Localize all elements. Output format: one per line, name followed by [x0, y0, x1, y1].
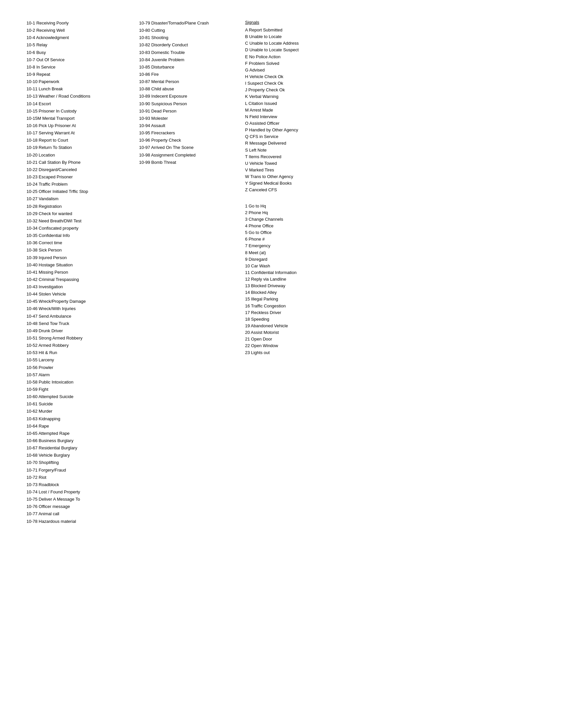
signal-item: H Vehicle Check Ok: [245, 73, 358, 80]
list-item: 10-63 Kidnapping: [26, 416, 132, 422]
signal-item: F Problem Solved: [245, 60, 358, 67]
numeric-item: 4 Phone Office: [245, 223, 358, 229]
list-item: 10-35 Confidential Info: [26, 232, 132, 239]
numeric-item: 9 Disregard: [245, 256, 358, 263]
column-1: 10-1 Receiving Poorly10-2 Receiving Well…: [26, 20, 139, 525]
list-item: 10-17 Serving Warrant At: [26, 130, 132, 136]
list-item: 10-79 Disaster/Tornado/Plane Crash: [139, 20, 238, 26]
list-item: 10-91 Dead Person: [139, 108, 238, 114]
signal-item: D Unable to Locate Suspect: [245, 47, 358, 53]
column-2: 10-79 Disaster/Tornado/Plane Crash10-80 …: [139, 20, 245, 166]
numeric-item: 1 Go to Hq: [245, 203, 358, 209]
numeric-item: 14 Blocked Alley: [245, 289, 358, 296]
numeric-item: 22 Open Window: [245, 342, 358, 349]
list-item: 10-38 Sick Person: [26, 247, 132, 253]
list-item: 10-57 Alarm: [26, 372, 132, 378]
list-item: 10-64 Rape: [26, 423, 132, 430]
list-item: 10-8 In Service: [26, 64, 132, 70]
list-item: 10-48 Send Tow Truck: [26, 320, 132, 327]
list-item: 10-73 Roadblock: [26, 481, 132, 488]
list-item: 10-22 Disregard/Canceled: [26, 166, 132, 173]
list-item: 10-76 Officer message: [26, 503, 132, 510]
numeric-item: 15 Illegal Parking: [245, 296, 358, 302]
numeric-item: 19 Abandoned Vehicle: [245, 323, 358, 329]
numeric-item: 11 Confidential Information: [245, 269, 358, 276]
list-item: 10-71 Forgery/Fraud: [26, 467, 132, 474]
list-item: 10-88 Child abuse: [139, 86, 238, 92]
list-item: 10-40 Hostage Situation: [26, 262, 132, 268]
list-item: 10-70 Shoplifting: [26, 459, 132, 466]
signal-item: T Items Recovered: [245, 154, 358, 160]
numeric-item: 18 Speeding: [245, 316, 358, 323]
signal-item: O Assisted Officer: [245, 120, 358, 127]
list-item: 10-56 Prowler: [26, 364, 132, 371]
list-item: 10-45 Wreck/Property Damage: [26, 298, 132, 305]
signal-item: A Report Submitted: [245, 27, 358, 33]
list-item: 10-98 Assignment Completed: [139, 152, 238, 159]
list-item: 10-68 Vehicle Burglary: [26, 452, 132, 459]
list-item: 10-95 Firecrackers: [139, 130, 238, 136]
signal-item: Y Signed Medical Books: [245, 180, 358, 187]
list-item: 10-34 Confiscated property: [26, 225, 132, 232]
list-item: 10-87 Mental Person: [139, 78, 238, 85]
list-item: 10-66 Business Burglary: [26, 437, 132, 444]
list-item: 10-27 Vandalism: [26, 196, 132, 202]
signal-item: R Message Delivered: [245, 140, 358, 147]
numeric-item: 13 Blocked Driveway: [245, 283, 358, 289]
list-item: 10-23 Escaped Prisoner: [26, 174, 132, 180]
numeric-item: 3 Change Channels: [245, 216, 358, 223]
numeric-item: 5 Go to Office: [245, 229, 358, 236]
numeric-item: 7 Emergency: [245, 243, 358, 249]
list-item: 10-15 Prisoner In Custody: [26, 108, 132, 114]
list-item: 10-41 Missing Person: [26, 269, 132, 276]
signal-item: W Trans to Other Agency: [245, 173, 358, 180]
list-item: 10-94 Assault: [139, 122, 238, 129]
list-item: 10-81 Shooting: [139, 34, 238, 41]
list-item: 10-39 Injured Person: [26, 254, 132, 261]
list-item: 10-55 Larceny: [26, 357, 132, 363]
spacer: [245, 194, 358, 198]
numeric-item: 2 Phone Hq: [245, 209, 358, 216]
list-item: 10-99 Bomb Threat: [139, 159, 238, 166]
main-content: 10-1 Receiving Poorly10-2 Receiving Well…: [26, 20, 537, 525]
list-item: 10-4 Acknowledgment: [26, 34, 132, 41]
list-item: 10-29 Check for wanted: [26, 210, 132, 217]
list-item: 10-96 Property Check: [139, 137, 238, 144]
list-item: 10-11 Lunch Break: [26, 86, 132, 92]
list-item: 10-14 Escort: [26, 101, 132, 107]
signal-item: L Citation Issued: [245, 100, 358, 107]
signal-item: V Marked Tires: [245, 167, 358, 173]
numeric-item: 17 Reckless Driver: [245, 309, 358, 316]
list-item: 10-53 Hit & Run: [26, 349, 132, 356]
list-item: 10-58 Public Intoxication: [26, 379, 132, 386]
list-item: 10-43 Investigation: [26, 284, 132, 290]
list-item: 10-86 Fire: [139, 71, 238, 78]
list-item: 10-82 Disorderly Conduct: [139, 42, 238, 48]
list-item: 10-5 Relay: [26, 42, 132, 48]
list-item: 10-80 Cutting: [139, 27, 238, 34]
numeric-item: 6 Phone #: [245, 236, 358, 243]
numeric-item: 16 Traffic Congestion: [245, 303, 358, 309]
list-item: 10-10 Paperwork: [26, 78, 132, 85]
list-item: 10-61 Suicide: [26, 401, 132, 407]
list-item: 10-97 Arrived On The Scene: [139, 144, 238, 151]
list-item: 10-44 Stolen Vehicle: [26, 291, 132, 297]
signal-item: B Unable to Locate: [245, 33, 358, 40]
list-item: 10-60 Attempted Suicide: [26, 393, 132, 400]
list-item: 10-75 Deliver A Message To: [26, 496, 132, 503]
list-item: 10-49 Drunk Driver: [26, 328, 132, 334]
list-item: 10-7 Out Of Service: [26, 57, 132, 63]
list-item: 10-59 Fight: [26, 386, 132, 393]
signal-item: J Property Check Ok: [245, 87, 358, 93]
list-item: 10-89 Indecent Exposure: [139, 93, 238, 100]
list-item: 10-25 Officer Initiated Trffic Stop: [26, 188, 132, 195]
column-3: Signals A Report SubmittedB Unable to Lo…: [245, 20, 358, 356]
signal-item: I Suspect Check Ok: [245, 80, 358, 87]
list-item: 10-85 Disturbance: [139, 64, 238, 70]
list-item: 10-42 Criminal Trespassing: [26, 276, 132, 283]
signal-item: G Advised: [245, 67, 358, 73]
list-item: 10-78 Hazardous material: [26, 518, 132, 525]
list-item: 10-46 Wreck/With Injuries: [26, 305, 132, 312]
list-item: 10-1 Receiving Poorly: [26, 20, 132, 26]
numeric-item: 8 Meet (at): [245, 250, 358, 256]
